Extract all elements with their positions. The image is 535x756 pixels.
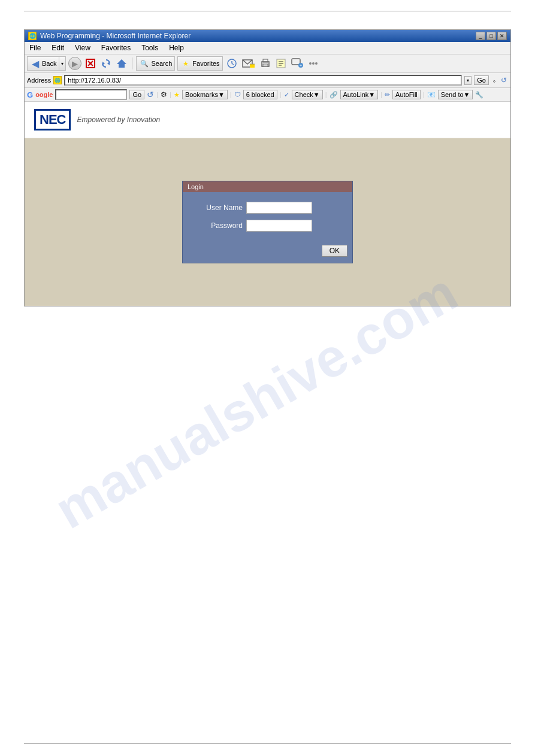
- svg-point-23: [309, 62, 312, 65]
- blocked-button[interactable]: 6 blocked: [243, 90, 277, 99]
- svg-marker-4: [102, 62, 105, 65]
- lower-page: manualshive.com: [0, 306, 535, 666]
- check-button[interactable]: Check▼: [292, 90, 323, 99]
- address-dropdown[interactable]: ▾: [464, 76, 471, 85]
- shield-icon: 🛡: [234, 91, 241, 98]
- back-icon: ◀: [30, 58, 41, 69]
- google-toolbar-sep7: |: [423, 91, 425, 98]
- search-icon: 🔍: [139, 58, 150, 69]
- more-button[interactable]: [307, 57, 320, 70]
- browser-addressbar: Address 🌐 http://172.16.0.83/ ▾ Go ⬦ ↺: [25, 73, 510, 88]
- discuss-button[interactable]: +: [290, 57, 304, 70]
- google-options-icon: ⚙: [161, 90, 167, 99]
- browser-title: Web Programming - Microsoft Internet Exp…: [40, 32, 472, 40]
- login-box: Login User Name Password OK: [182, 181, 353, 263]
- back-main[interactable]: ◀ Back: [28, 57, 59, 70]
- main-content: crock Login User Name Password OK: [25, 138, 510, 306]
- nec-header: NEC Empowered by Innovation: [25, 102, 510, 138]
- browser-toolbar: ◀ Back ▾ ▶: [25, 54, 510, 73]
- autolink-button[interactable]: AutoLink▼: [340, 90, 379, 99]
- address-favicon: 🌐: [53, 76, 62, 84]
- svg-marker-3: [107, 62, 110, 65]
- back-button[interactable]: ◀ Back ▾: [27, 56, 66, 71]
- menu-edit[interactable]: Edit: [49, 43, 67, 53]
- refresh-addr-btn[interactable]: ↺: [500, 75, 508, 86]
- address-input[interactable]: http://172.16.0.83/: [64, 75, 462, 86]
- svg-marker-5: [117, 59, 126, 68]
- page-top-rule: [24, 11, 511, 11]
- page-bottom-rule: [24, 743, 511, 744]
- google-star-icon: ★: [174, 91, 180, 99]
- refresh-button[interactable]: [99, 57, 113, 70]
- username-input[interactable]: [246, 202, 312, 214]
- bookmarks-button[interactable]: Bookmarks▼: [182, 90, 228, 99]
- go-button[interactable]: Go: [474, 75, 489, 85]
- history-button[interactable]: [225, 57, 238, 70]
- go-extra-btn[interactable]: ⬦: [491, 76, 497, 85]
- google-toolbar-sep3: |: [230, 91, 232, 98]
- home-icon: [116, 58, 127, 69]
- google-toolbar-sep1: |: [156, 91, 158, 98]
- google-toolbar: G oogle Go ↺ | ⚙ | ★ Bookmarks▼ | 🛡 6 bl…: [25, 88, 510, 102]
- google-toolbar-sep2: |: [170, 91, 171, 98]
- maximize-button[interactable]: □: [486, 32, 496, 40]
- mail-button[interactable]: [241, 57, 256, 70]
- address-label: Address: [27, 77, 51, 84]
- stop-icon: [85, 58, 96, 69]
- refresh-icon: [101, 58, 111, 69]
- login-title: Login: [183, 181, 352, 192]
- titlebar-controls: _ □ ✕: [476, 32, 507, 40]
- menu-help[interactable]: Help: [167, 43, 186, 53]
- browser-titlebar: 🌐 Web Programming - Microsoft Internet E…: [25, 30, 510, 42]
- browser-menubar: File Edit View Favorites Tools Help: [25, 42, 510, 54]
- print-icon: [260, 58, 271, 69]
- password-label: Password: [195, 221, 243, 230]
- back-dropdown[interactable]: ▾: [59, 60, 65, 68]
- sendto-button[interactable]: Send to▼: [438, 90, 473, 99]
- google-recycle-icon: ↺: [147, 90, 154, 99]
- search-button[interactable]: 🔍 Search: [136, 56, 175, 71]
- svg-point-24: [312, 62, 315, 65]
- nec-logo: NEC: [34, 109, 71, 130]
- google-toolbar-sep6: |: [380, 91, 382, 98]
- password-input[interactable]: [246, 220, 312, 232]
- edit-icon: [276, 58, 286, 69]
- autofill-button[interactable]: AutoFill: [392, 90, 421, 99]
- mail2-icon: 📧: [427, 91, 436, 99]
- login-footer: OK: [183, 245, 352, 263]
- minimize-button[interactable]: _: [476, 32, 485, 40]
- menu-favorites[interactable]: Favorites: [99, 43, 133, 53]
- svg-point-25: [315, 62, 318, 65]
- google-search-input[interactable]: [55, 89, 127, 100]
- menu-file[interactable]: File: [27, 43, 43, 53]
- svg-text:+: +: [300, 63, 302, 68]
- google-logo: G: [27, 90, 33, 99]
- favorites-label: Favorites: [192, 60, 219, 67]
- autofill-icon: ✏: [385, 91, 390, 99]
- password-row: Password: [195, 220, 340, 232]
- edit-button[interactable]: [274, 57, 288, 70]
- more-icon: [308, 58, 319, 69]
- google-go-button[interactable]: Go: [129, 90, 144, 99]
- close-button[interactable]: ✕: [497, 32, 507, 40]
- link-icon: 🔗: [330, 91, 338, 99]
- ok-button[interactable]: OK: [322, 245, 347, 257]
- browser-window: 🌐 Web Programming - Microsoft Internet E…: [24, 29, 511, 306]
- google-toolbar-sep5: |: [325, 91, 327, 98]
- stop-button[interactable]: [84, 57, 97, 70]
- home-button[interactable]: [115, 57, 128, 70]
- toolbar-sep-1: [132, 57, 132, 69]
- username-label: User Name: [195, 204, 243, 212]
- discuss-icon: +: [291, 58, 303, 69]
- check-icon: ✓: [284, 91, 289, 99]
- username-row: User Name: [195, 202, 340, 214]
- wrench-icon: 🔧: [475, 91, 483, 99]
- address-url: http://172.16.0.83/: [68, 77, 121, 84]
- favorites-button[interactable]: ★ Favorites: [177, 56, 222, 71]
- browser-icon: 🌐: [28, 32, 37, 40]
- menu-view[interactable]: View: [72, 43, 93, 53]
- menu-tools[interactable]: Tools: [139, 43, 161, 53]
- forward-button[interactable]: ▶: [68, 57, 81, 70]
- print-button[interactable]: [259, 57, 272, 70]
- google-wordmark: oogle: [35, 91, 53, 98]
